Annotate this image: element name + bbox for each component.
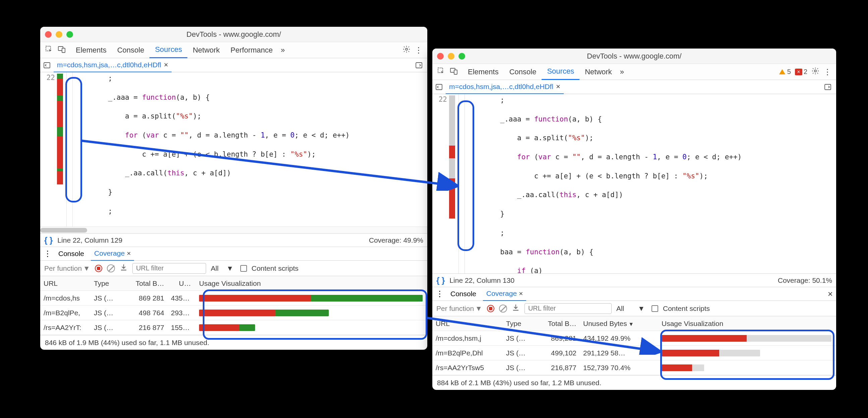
svg-rect-2 [62,48,65,53]
drawer-tab-console[interactable]: Console [447,287,479,301]
col-url[interactable]: URL [432,320,503,328]
col-url[interactable]: URL [40,279,91,287]
coverage-table: URL Type Total B… U… Usage Visualization… [40,276,427,335]
table-row[interactable]: /rs=AA2YrT: JS (… 216 877 155 … [40,320,427,335]
warnings-badge[interactable]: 5 [778,68,791,76]
col-total[interactable]: Total B… [536,320,580,328]
code-editor[interactable]: 22 ; _.aaa = function(a, b) { a = a.spli… [432,94,836,273]
line-number-gutter: 22 [40,72,57,227]
show-debugger-icon[interactable] [414,61,427,69]
col-viz[interactable]: Usage Visualization [657,320,836,328]
drawer-menu-icon[interactable]: ⋮ [43,249,52,258]
more-tabs-button[interactable]: » [617,68,627,76]
col-type[interactable]: Type [91,279,124,287]
file-tab[interactable]: m=cdos,hsm,jsa,…c,dtl0hd,eHDfl × [54,58,172,72]
window-title: DevTools - www.google.com/ [432,52,836,61]
file-tabs: m=cdos,hsm,jsa,…c,dtl0hd,eHDfl × [432,80,836,94]
more-menu-icon[interactable]: ⋮ [824,67,832,77]
device-toolbar-icon[interactable] [58,45,66,55]
coverage-summary: 884 kB of 2.1 MB (43%) used so far, 1.2 … [432,375,836,390]
clear-button[interactable] [499,305,507,313]
table-row[interactable]: /m=cdos,hs JS (… 869 281 435 … [40,291,427,306]
horizontal-scrollbar[interactable] [40,227,427,233]
svg-rect-8 [454,70,457,74]
svg-point-3 [405,48,407,50]
more-tabs-button[interactable]: » [278,46,287,55]
panel-tab-console[interactable]: Console [504,64,542,80]
inspect-element-icon[interactable] [45,45,53,55]
drawer-tab-console[interactable]: Console [55,247,88,261]
content-scripts-checkbox[interactable] [240,265,247,272]
svg-point-9 [814,70,816,72]
panel-tab-network[interactable]: Network [580,64,617,80]
close-drawer-tab-icon[interactable]: × [127,249,131,257]
inspect-element-icon[interactable] [437,67,445,77]
panel-tab-sources[interactable]: Sources [541,64,580,80]
minimize-window-button[interactable] [56,31,62,38]
close-window-button[interactable] [45,31,52,38]
close-file-tab-icon[interactable]: × [164,61,168,69]
panel-tab-sources[interactable]: Sources [150,42,187,58]
drawer-menu-icon[interactable]: ⋮ [436,289,444,299]
panel-tab-elements[interactable]: Elements [463,64,504,80]
export-icon[interactable] [512,304,520,313]
show-debugger-icon[interactable] [823,83,836,91]
col-unused[interactable]: Unused Bytes [580,320,657,328]
col-total[interactable]: Total B… [124,279,167,287]
coverage-toolbar: Per function ▼ All ▼ Content scripts [40,261,427,276]
show-navigator-icon[interactable] [432,83,446,91]
coverage-percent: Coverage: 49.9% [369,236,423,244]
cursor-position: Line 22, Column 130 [450,276,515,284]
settings-icon[interactable] [403,45,410,55]
coverage-granularity-select[interactable]: Per function ▼ [436,305,482,313]
panel-tabs: Elements Console Sources Network Perform… [40,42,427,58]
cursor-position: Line 22, Column 129 [57,236,122,244]
svg-rect-11 [825,84,831,90]
col-type[interactable]: Type [503,320,536,328]
close-drawer-icon[interactable]: × [828,289,833,299]
export-icon[interactable] [120,264,128,273]
table-row[interactable]: /m=cdos,hsm,j JS (… 869,281 434,192 49.9… [432,331,836,346]
drawer-tabs: ⋮ Console Coverage × [40,247,427,261]
content-scripts-checkbox[interactable] [651,305,658,312]
url-filter-input[interactable] [525,303,612,314]
drawer-tab-coverage[interactable]: Coverage × [91,247,134,261]
type-filter-select[interactable]: All ▼ [616,305,647,313]
clear-button[interactable] [107,265,115,272]
panel-tab-elements[interactable]: Elements [70,42,112,58]
close-file-tab-icon[interactable]: × [556,82,560,91]
file-tab[interactable]: m=cdos,hsm,jsa,…c,dtl0hd,eHDfl × [446,80,564,94]
url-filter-input[interactable] [132,263,206,274]
panel-tab-console[interactable]: Console [112,42,150,58]
device-toolbar-icon[interactable] [450,67,458,77]
panel-tab-performance[interactable]: Performance [225,42,278,58]
close-drawer-tab-icon[interactable]: × [519,289,523,298]
table-row[interactable]: /rs=AA2YrTsw5 JS (… 216,877 152,739 70.4… [432,360,836,375]
errors-badge[interactable]: ×2 [795,68,807,76]
type-filter-select[interactable]: All ▼ [211,265,236,272]
file-tab-label: m=cdos,hsm,jsa,…c,dtl0hd,eHDfl [449,83,553,91]
pretty-print-icon[interactable]: { } [44,236,53,245]
table-row[interactable]: /m=B2qlPe,Dhl JS (… 499,102 291,129 58… [432,346,836,360]
pretty-print-icon[interactable]: { } [436,276,445,285]
table-row[interactable]: /m=B2qlPe, JS (… 498 764 293 … [40,306,427,320]
coverage-granularity-select[interactable]: Per function ▼ [44,265,90,272]
close-window-button[interactable] [437,53,444,60]
content-scripts-label: Content scripts [252,265,299,272]
maximize-window-button[interactable] [459,53,465,60]
minimize-window-button[interactable] [448,53,455,60]
code-content: ; _.aaa = function(a, b) { a = a.split("… [76,72,427,227]
more-menu-icon[interactable]: ⋮ [414,45,423,55]
show-navigator-icon[interactable] [40,61,54,69]
code-editor[interactable]: 22 ; _.aaa = function(a, b) { a = a.spli… [40,72,427,227]
settings-icon[interactable] [811,67,819,77]
coverage-gutter [57,72,63,227]
drawer-tab-coverage[interactable]: Coverage × [483,287,526,301]
maximize-window-button[interactable] [66,31,73,38]
titlebar: DevTools - www.google.com/ [40,27,427,42]
record-button[interactable] [95,265,102,272]
col-unused[interactable]: U… [167,279,194,287]
record-button[interactable] [487,305,494,312]
col-viz[interactable]: Usage Visualization [194,279,427,287]
panel-tab-network[interactable]: Network [187,42,225,58]
